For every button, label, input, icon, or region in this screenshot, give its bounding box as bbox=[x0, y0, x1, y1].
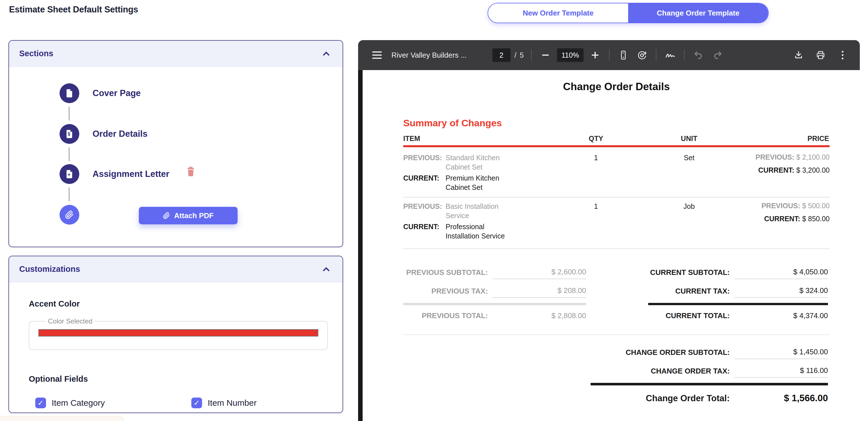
doc-section-heading: Summary of Changes bbox=[403, 117, 502, 129]
price-cell: PREVIOUS: $ 500.00 CURRENT: $ 850.00 bbox=[761, 201, 830, 224]
previous-label: PREVIOUS: bbox=[755, 153, 794, 161]
current-label: CURRENT: bbox=[403, 173, 445, 192]
total-label: PREVIOUS SUBTOTAL: bbox=[403, 268, 492, 279]
accent-color-heading: Accent Color bbox=[29, 299, 80, 309]
sidebar-menu-button[interactable] bbox=[371, 49, 383, 62]
previous-label: PREVIOUS: bbox=[761, 202, 800, 209]
delete-assignment-letter-button[interactable] bbox=[183, 164, 198, 179]
total-label: CURRENT TAX: bbox=[648, 287, 734, 298]
pdf-page: Change Order Details Summary of Changes … bbox=[363, 70, 868, 421]
page-total: 5 bbox=[520, 51, 524, 59]
svg-text:+: + bbox=[67, 171, 70, 177]
previous-label: PREVIOUS: bbox=[403, 153, 445, 172]
qty-cell: 1 bbox=[582, 154, 610, 162]
previous-price: $ 2,100.00 bbox=[796, 153, 830, 161]
total-value: $ 2,600.00 bbox=[492, 268, 586, 279]
template-toggle: New Order Template Change Order Template bbox=[488, 3, 769, 23]
rotate-icon bbox=[637, 50, 647, 60]
toolbar-divider bbox=[656, 49, 656, 61]
document-dollar-icon: $ bbox=[60, 124, 79, 144]
total-label: CURRENT TOTAL: bbox=[648, 311, 734, 320]
col-header-item: ITEM bbox=[403, 135, 420, 143]
download-button[interactable] bbox=[792, 49, 805, 62]
total-value: $ 4,050.00 bbox=[734, 268, 828, 279]
customizations-card-title: Customizations bbox=[19, 264, 80, 274]
qty-cell: 1 bbox=[582, 202, 610, 210]
sections-card-header: Sections bbox=[9, 41, 343, 67]
print-icon bbox=[815, 50, 826, 60]
item-number-checkbox[interactable]: ✓ bbox=[191, 397, 202, 408]
rotate-button[interactable] bbox=[636, 49, 648, 62]
customizations-collapse-button[interactable] bbox=[320, 263, 333, 276]
item-number-label: Item Number bbox=[208, 398, 256, 408]
more-options-button[interactable] bbox=[836, 49, 849, 62]
optional-field-item: ✓ Item Category bbox=[35, 397, 105, 408]
section-item-cover-page: Cover Page bbox=[93, 83, 141, 103]
section-item-order-details: Order Details bbox=[93, 124, 148, 144]
redo-button[interactable] bbox=[711, 49, 724, 62]
current-label: CURRENT: bbox=[403, 222, 445, 241]
item-category-label: Item Category bbox=[52, 398, 105, 408]
checkbox-check-icon: ✓ bbox=[37, 399, 44, 408]
connector-line bbox=[69, 187, 70, 201]
fit-to-page-button[interactable] bbox=[617, 49, 630, 62]
customizations-card: Customizations Accent Color Color Select… bbox=[8, 256, 343, 413]
total-label: PREVIOUS TOTAL: bbox=[403, 311, 492, 320]
color-selected-legend: Color Selected bbox=[45, 317, 95, 325]
total-value: $ 4,374.00 bbox=[734, 311, 828, 320]
pdf-toolbar: River Valley Builders ... 2 / 5 110% bbox=[358, 40, 860, 70]
table-row: PREVIOUS:Basic Installation Service CURR… bbox=[403, 199, 830, 249]
annotate-icon bbox=[665, 50, 676, 60]
undo-icon bbox=[693, 50, 704, 60]
document-icon bbox=[60, 83, 79, 103]
unit-cell: Job bbox=[661, 202, 717, 210]
zoom-in-button[interactable] bbox=[589, 49, 601, 62]
current-totals-column: CURRENT SUBTOTAL:$ 4,050.00 CURRENT TAX:… bbox=[648, 265, 828, 320]
total-value: $ 1,450.00 bbox=[734, 347, 828, 359]
trash-icon bbox=[185, 165, 197, 178]
paperclip-icon bbox=[60, 205, 79, 225]
optional-fields-row: ✓ Item Category ✓ Item Number bbox=[9, 397, 343, 412]
pdf-document-title: River Valley Builders ... bbox=[392, 51, 476, 60]
col-header-unit: UNIT bbox=[661, 135, 717, 143]
tab-new-order-template[interactable]: New Order Template bbox=[488, 3, 628, 23]
total-value: $ 324.00 bbox=[734, 286, 828, 298]
current-item: Professional Installation Service bbox=[445, 222, 518, 241]
annotate-button[interactable] bbox=[664, 49, 677, 62]
price-cell: PREVIOUS: $ 2,100.00 CURRENT: $ 3,200.00 bbox=[755, 152, 830, 175]
download-icon bbox=[794, 50, 804, 60]
table-row: PREVIOUS:Standard Kitchen Cabinet Set CU… bbox=[403, 150, 830, 198]
page-number-input[interactable]: 2 bbox=[492, 48, 510, 62]
section-divider bbox=[403, 334, 830, 335]
doc-title: Change Order Details bbox=[403, 81, 830, 93]
total-value: $ 208.00 bbox=[492, 286, 586, 298]
grand-total-value: $ 1,566.00 bbox=[734, 393, 828, 403]
unit-cell: Set bbox=[661, 154, 717, 162]
current-price: $ 3,200.00 bbox=[796, 166, 830, 174]
accent-color-swatch[interactable] bbox=[38, 329, 318, 337]
kebab-menu-icon bbox=[842, 51, 843, 59]
table-header-rule bbox=[403, 145, 830, 147]
current-price: $ 850.00 bbox=[802, 215, 830, 223]
previous-item: Basic Installation Service bbox=[445, 202, 518, 220]
grand-total-label: Change Order Total: bbox=[591, 393, 734, 403]
page-title: Estimate Sheet Default Settings bbox=[9, 4, 138, 15]
sections-collapse-button[interactable] bbox=[320, 48, 333, 60]
attach-pdf-button[interactable]: Attach PDF bbox=[139, 207, 238, 224]
minus-icon bbox=[542, 55, 549, 56]
document-plus-icon: + bbox=[60, 164, 79, 184]
attach-pdf-label: Attach PDF bbox=[174, 212, 214, 220]
undo-button[interactable] bbox=[692, 49, 705, 62]
item-category-checkbox[interactable]: ✓ bbox=[35, 397, 46, 408]
chevron-up-icon bbox=[321, 49, 331, 59]
total-label: PREVIOUS TAX: bbox=[403, 287, 492, 298]
zoom-level-display: 110% bbox=[557, 48, 584, 62]
app-root: Estimate Sheet Default Settings New Orde… bbox=[0, 0, 868, 421]
print-button[interactable] bbox=[814, 49, 827, 62]
tab-change-order-template[interactable]: Change Order Template bbox=[628, 3, 768, 23]
page-fit-icon bbox=[618, 50, 628, 60]
current-label: CURRENT: bbox=[764, 215, 800, 223]
partial-toast bbox=[0, 416, 124, 421]
grand-total-rule bbox=[591, 383, 828, 385]
zoom-out-button[interactable] bbox=[539, 49, 552, 62]
